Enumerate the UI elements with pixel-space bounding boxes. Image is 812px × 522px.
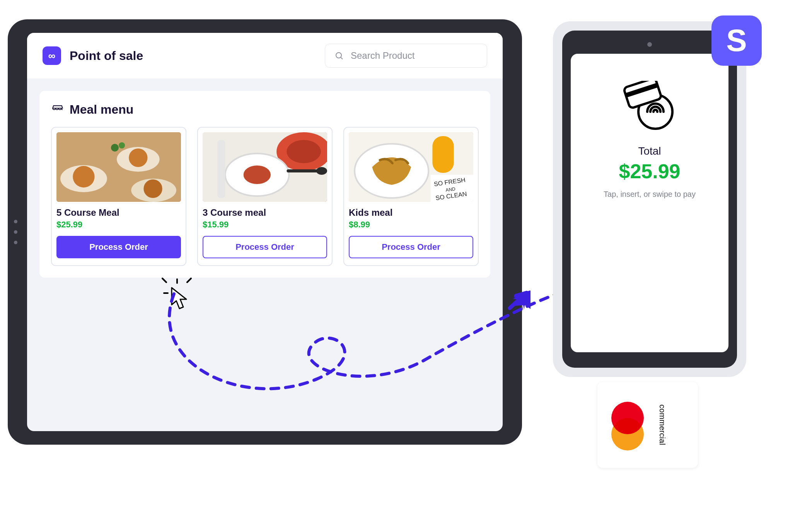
tablet-speaker-dots <box>14 220 17 244</box>
button-label: Process Order <box>235 242 294 252</box>
meal-card: SO FRESH AND SO CLEAN Kids meal $8.99 Pr… <box>343 127 479 266</box>
terminal-camera-dot <box>647 42 652 47</box>
button-label: Process Order <box>382 242 440 252</box>
terminal-screen: Total $25.99 Tap, insert, or swipe to pa… <box>571 54 728 352</box>
meal-card: 3 Course meal $15.99 Process Order <box>197 127 333 266</box>
meal-image: SO FRESH AND SO CLEAN <box>349 132 473 202</box>
tablet-screen: ∞ Point of sale Search Product Meal menu <box>27 33 503 431</box>
mastercard-icon <box>606 402 648 448</box>
svg-point-10 <box>119 142 125 148</box>
svg-point-8 <box>143 179 162 198</box>
process-order-button[interactable]: Process Order <box>56 236 181 258</box>
meal-image <box>56 132 181 202</box>
meal-card: 5 Course Meal $25.99 Process Order <box>51 127 186 266</box>
process-order-button[interactable]: Process Order <box>349 236 473 258</box>
page-title: Point of sale <box>70 49 143 63</box>
credit-card: commercial <box>597 382 698 468</box>
app-logo-glyph: ∞ <box>48 50 56 62</box>
svg-point-18 <box>316 167 327 175</box>
meal-name: Kids meal <box>349 207 473 218</box>
payment-hint: Tap, insert, or swipe to pay <box>604 190 696 199</box>
meal-name: 3 Course meal <box>203 207 327 218</box>
stripe-glyph: S <box>726 23 747 58</box>
meal-price: $25.99 <box>56 220 181 230</box>
card-label: commercial <box>658 404 667 445</box>
svg-point-7 <box>129 148 147 167</box>
app-logo: ∞ <box>43 46 61 65</box>
search-input[interactable]: Search Product <box>325 44 487 68</box>
process-order-button[interactable]: Process Order <box>203 236 327 258</box>
meal-price: $15.99 <box>203 220 327 230</box>
app-header: ∞ Point of sale Search Product <box>27 33 503 78</box>
svg-point-9 <box>111 144 119 152</box>
svg-rect-16 <box>217 140 225 198</box>
tablet-device: ∞ Point of sale Search Product Meal menu <box>8 19 522 445</box>
meal-image <box>203 132 327 202</box>
section-title: Meal menu <box>70 102 133 117</box>
svg-point-15 <box>244 165 271 184</box>
button-label: Process Order <box>89 242 148 252</box>
svg-line-1 <box>341 58 343 59</box>
svg-point-0 <box>336 53 341 58</box>
svg-point-6 <box>73 166 94 188</box>
meal-price: $8.99 <box>349 220 473 230</box>
stripe-badge: S <box>711 15 762 66</box>
meal-name: 5 Course Meal <box>56 207 181 218</box>
meal-card-row: 5 Course Meal $25.99 Process Order <box>51 127 479 266</box>
store-icon <box>51 103 64 116</box>
contactless-card-icon <box>619 81 681 131</box>
svg-point-13 <box>287 140 321 163</box>
search-placeholder: Search Product <box>351 50 415 61</box>
total-amount: $25.99 <box>619 160 680 183</box>
svg-rect-21 <box>432 136 454 173</box>
menu-panel: Meal menu <box>39 91 490 278</box>
search-icon <box>334 51 344 60</box>
total-label: Total <box>638 145 661 157</box>
payment-terminal: Total $25.99 Tap, insert, or swipe to pa… <box>553 21 746 377</box>
